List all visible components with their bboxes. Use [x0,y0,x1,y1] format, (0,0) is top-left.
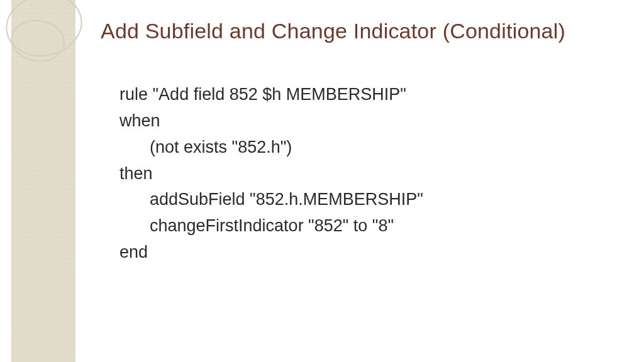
slide-title: Add Subfield and Change Indicator (Condi… [101,19,631,43]
left-decorative-band [0,0,75,362]
code-line: rule "Add field 852 $h MEMBERSHIP" [119,82,606,108]
code-line: end [119,239,606,266]
left-gutter [0,0,11,362]
slide: Add Subfield and Change Indicator (Condi… [0,0,644,362]
code-line: (not exists "852.h") [119,134,606,161]
code-line: then [119,161,606,187]
code-block: rule "Add field 852 $h MEMBERSHIP" when … [119,82,606,266]
code-line: addSubField "852.h.MEMBERSHIP" [119,187,606,213]
code-line: when [119,108,606,134]
code-line: changeFirstIndicator "852" to "8" [119,213,606,239]
